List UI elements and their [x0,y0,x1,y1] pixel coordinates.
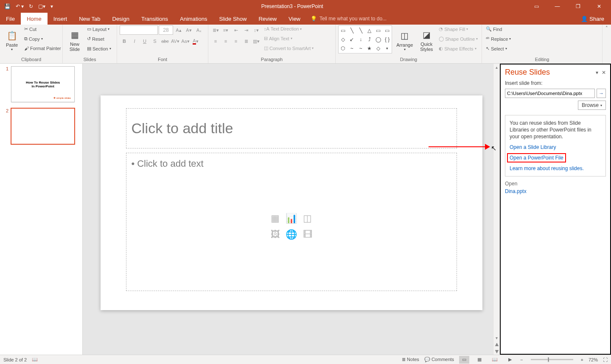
text-direction-button[interactable]: ↕AText Direction▾ [263,25,315,32]
open-slide-library-link[interactable]: Open a Slide Library [510,144,601,151]
cut-button[interactable]: ✂Cut [23,25,62,33]
select-button[interactable]: ↖Select▾ [485,45,512,52]
collapse-ribbon-icon[interactable]: ˄ [603,25,611,63]
scroll-up-icon[interactable]: ▴ [496,64,498,70]
tab-view[interactable]: View [283,13,306,25]
clear-formatting-icon[interactable]: Aₓ [194,25,204,35]
align-center-button[interactable]: ≡ [221,36,230,46]
close-pane-icon[interactable]: ✕ [602,70,606,76]
font-name-combo[interactable] [120,25,158,35]
zoom-slider[interactable] [531,359,573,360]
line-spacing-button[interactable]: ↕▾ [252,25,261,35]
thumbnail-slide-2[interactable] [11,108,75,144]
copy-button[interactable]: ⧉Copy▾ [23,35,62,42]
tab-animations[interactable]: Animations [174,13,213,25]
normal-view-button[interactable]: ▭ [459,356,469,364]
scroll-down-icon[interactable]: ▾ [496,334,498,341]
increase-indent-button[interactable]: ⇥ [241,25,251,35]
numbering-button[interactable]: ≡▾ [221,25,230,35]
tab-review[interactable]: Review [252,13,283,25]
start-from-beginning-icon[interactable]: ▢▾ [38,3,45,9]
shapes-gallery[interactable]: ▭╲╲△▭▭ ◇↙↓⤴◯{ } ⬡~~★◇▾ [338,25,392,53]
insert-pictures-icon[interactable]: 🖼 [268,227,283,242]
columns-button[interactable]: ▥▾ [252,36,261,46]
comments-button[interactable]: 💬 Comments [424,357,454,362]
thumbnail-1[interactable]: 1 How To Reuse Slides In PowerPoint ❋ si… [6,66,76,102]
font-size-combo[interactable]: 28 [159,25,173,35]
title-placeholder[interactable]: Click to add title [126,108,457,148]
insert-video-icon[interactable]: 🎞 [300,227,315,242]
strikethrough-button[interactable]: abc [160,36,170,46]
tab-file[interactable]: File [0,13,21,25]
increase-font-icon[interactable]: A▴ [174,25,183,35]
browse-button[interactable]: Browse▾ [578,101,606,110]
character-spacing-button[interactable]: AV▾ [171,36,180,46]
replace-button[interactable]: ᵃᵇReplace▾ [485,35,512,42]
shape-effects-button[interactable]: ◐Shape Effects▾ [437,45,479,52]
next-slide-icon[interactable]: ⯆ [495,348,499,355]
zoom-level[interactable]: 72% [589,357,598,362]
minimize-button[interactable]: — [548,0,567,12]
italic-button[interactable]: I [130,36,139,46]
tab-design[interactable]: Design [107,13,135,25]
shape-fill-button[interactable]: ◔Shape Fill▾ [437,25,479,33]
new-slide-button[interactable]: ▦ New Slide [65,25,84,54]
underline-button[interactable]: U [140,36,149,46]
decrease-font-icon[interactable]: A▾ [184,25,193,35]
vertical-scrollbar[interactable]: ▴ ▾ ⯅ ⯆ [493,64,500,355]
thumbnail-slide-1[interactable]: How To Reuse Slides In PowerPoint ❋ simp… [11,66,75,102]
convert-smartart-button[interactable]: ◫Convert to SmartArt▾ [263,45,315,52]
arrange-button[interactable]: ◫ Arrange ▾ [394,25,415,54]
content-placeholder[interactable]: •Click to add text ▦ 📊 ◫ 🖼 🌐 🎞 [126,153,457,291]
format-painter-button[interactable]: 🖌Format Painter [23,45,62,52]
shadow-button[interactable]: S [150,36,160,46]
tab-newtab[interactable]: New Tab [73,13,106,25]
thumbnail-2[interactable]: 2 [6,108,76,144]
undo-icon[interactable]: ↶ ▾ [16,3,24,9]
learn-more-link[interactable]: Learn more about reusing slides. [510,165,601,172]
slide-sorter-view-button[interactable]: ▦ [474,356,485,364]
insert-online-pictures-icon[interactable]: 🌐 [284,227,299,242]
slideshow-view-button[interactable]: ▶ [505,356,515,364]
paste-button[interactable]: 📋 Paste ▾ [3,25,21,54]
align-text-button[interactable]: ⊟Align Text▾ [263,35,315,42]
save-icon[interactable]: 💾 [4,3,11,9]
reading-view-button[interactable]: 📖 [490,356,500,364]
layout-button[interactable]: ▭Layout▾ [86,25,112,33]
go-button[interactable]: → [597,89,606,98]
tab-home[interactable]: Home [21,13,48,25]
slide-canvas[interactable]: Click to add title •Click to add text ▦ … [101,95,482,310]
prev-slide-icon[interactable]: ⯅ [495,341,499,348]
tab-insert[interactable]: Insert [48,13,73,25]
justify-button[interactable]: ≣ [241,36,251,46]
ribbon-display-options-icon[interactable]: ▭ [527,0,546,12]
font-color-button[interactable]: A▾ [191,36,200,46]
bold-button[interactable]: B [120,36,129,46]
tab-slideshow[interactable]: Slide Show [213,13,252,25]
find-button[interactable]: 🔍Find [485,25,512,33]
align-right-button[interactable]: ≡ [231,36,241,46]
close-button[interactable]: ✕ [589,0,608,12]
align-left-button[interactable]: ≡ [211,36,220,46]
section-button[interactable]: ▤Section▾ [86,45,112,52]
recent-file-link[interactable]: Dina.pptx [505,188,606,194]
spell-check-icon[interactable]: 📖 [32,357,38,362]
insert-from-path-input[interactable] [505,89,595,98]
share-button[interactable]: 👤 Share [574,13,611,25]
change-case-button[interactable]: Aa▾ [181,36,190,46]
zoom-in-button[interactable]: + [581,357,583,362]
quick-styles-button[interactable]: ◪ Quick Styles [417,25,436,54]
shape-outline-button[interactable]: ◯Shape Outline▾ [437,35,479,42]
notes-button[interactable]: ≣ Notes [402,357,419,362]
tell-me-search[interactable]: 💡 Tell me what you want to do... [306,13,574,25]
reset-button[interactable]: ↺Reset [86,35,112,42]
bullets-button[interactable]: ≣▾ [211,25,220,35]
decrease-indent-button[interactable]: ⇤ [231,25,241,35]
maximize-button[interactable]: ❐ [569,0,588,12]
redo-icon[interactable]: ↻ [29,3,33,9]
pane-options-icon[interactable]: ▾ [596,70,598,76]
insert-chart-icon[interactable]: 📊 [284,211,299,226]
qat-customize-icon[interactable]: ▾ [50,3,53,9]
zoom-out-button[interactable]: − [520,357,523,362]
insert-table-icon[interactable]: ▦ [268,211,283,226]
